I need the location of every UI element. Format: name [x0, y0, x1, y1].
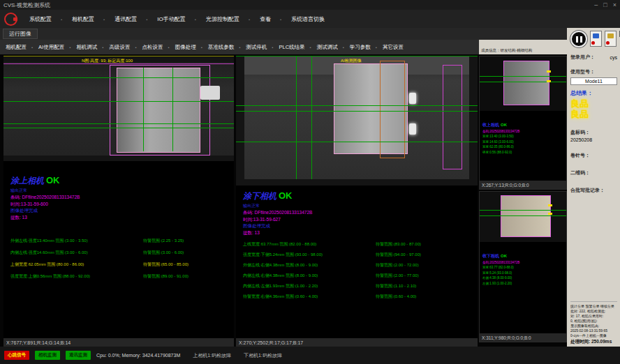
stat-line: 统计分类 预警分类 继续分类	[570, 304, 617, 309]
heartbeat-status-badge: 心跳信号	[4, 351, 29, 360]
stat-line: 对: 17, 检陷分类用时:	[570, 314, 617, 319]
pause-button[interactable]	[570, 31, 587, 47]
toolbar-other-settings[interactable]: 其它设置	[380, 44, 411, 51]
overlay-green-line	[480, 82, 566, 82]
toolbar-spot-check[interactable]: 点检设置	[140, 44, 172, 51]
maximize-icon[interactable]: □	[603, 2, 607, 8]
menu-io-manual[interactable]: IO手动配置	[152, 15, 201, 23]
toolbar-image-process[interactable]: 图像处理	[172, 44, 205, 51]
total-result-box: 良品 良品	[570, 98, 617, 119]
measurement-row: 内侧左线:左侧1.93mm 范围:(1.00 - 2.20) 待警范围:(1.1…	[243, 281, 476, 291]
toolbar-ai-config[interactable]: AI使用配置	[36, 44, 73, 51]
left-result-block: 涂上相机OK 输出正常 条码: DFfiine2025020813313472B…	[10, 174, 80, 220]
overlay-green-line	[3, 123, 234, 124]
status-bar: 心跳信号 相机监测 通讯监测 Cpu: 0.0%; Memory: 3424.4…	[0, 347, 620, 364]
camera-snapshot-button[interactable]	[590, 31, 602, 47]
thumbnail-view-2[interactable]: 收下相机OK 条码:2025020813313472B 宽度:63.77 (82…	[479, 191, 567, 342]
overlay-yellow-mark	[548, 213, 552, 215]
measurement-row: 外侧左线:强度13.40mm 范围:(3.00 - 3.50) 待警范围:(2.…	[10, 235, 232, 247]
measurement-value: 上侧宽度:62.05mm 范围:(80.00 - 86.00)	[10, 259, 143, 271]
lower-camera-warning: 下相机1:码检故障	[244, 352, 282, 359]
left-barcode: 条码: DFfiine2025020813313472B	[10, 194, 80, 201]
inspected-part	[117, 68, 200, 153]
info-strip-text: 成员信息：研发结构-精细结构	[481, 48, 532, 53]
menu-language-switch[interactable]: 系统语言切换	[286, 15, 339, 23]
toolbar-test-debug[interactable]: 测试调试	[314, 44, 347, 51]
camera-status-badge: 相机监测	[35, 351, 60, 360]
login-user-row: 登录用户： cys	[570, 54, 617, 61]
measurement-range: 待警范围:(94.00 - 97.00)	[376, 250, 476, 260]
pause-icon	[576, 36, 578, 43]
thumbnail-view-1[interactable]: 收上相机OK 条码:2025020813313472B 宽度:13.40 (3.…	[479, 56, 567, 190]
toolbar-plc-result[interactable]: PLC线结果	[276, 44, 313, 51]
measurement-row: 内侧左线:强度14.60mm 范围:(3.00 - 6.00) 待警范围:(3.…	[10, 247, 232, 259]
result-line: 良品	[570, 109, 617, 119]
overlay-green-line	[480, 215, 566, 216]
app-window: CVS-视觉检测系统 – □ × 系统配置 相机配置 通讯配置 IO手动配置 光…	[0, 0, 620, 364]
left-camera-image[interactable]: N图:高度: 93; 标定高度:100	[3, 56, 234, 161]
center-camera-view: AI检测图像 涂下相机OK 输出正常 条码: DFfiine2025020813…	[236, 56, 478, 347]
overlay-green-line	[480, 210, 566, 211]
thumb-measure-line: 宽度:62.05 (80.0-86.0)	[482, 144, 563, 150]
tab-bar: 运行图像	[0, 28, 567, 40]
reflection-glint	[409, 93, 416, 104]
left-measurement-list: 外侧左线:强度13.40mm 范围:(3.00 - 3.50) 待警范围:(2.…	[10, 235, 232, 282]
menu-system-config[interactable]: 系统配置	[24, 15, 67, 23]
tab-run-image[interactable]: 运行图像	[3, 29, 38, 39]
qr-row: 二维码：	[570, 165, 617, 177]
measurement-range: 待警范围:(83.00 - 87.00)	[376, 239, 476, 250]
center-result-subtitle: 输出正常	[243, 203, 312, 209]
thumbnail-2-image	[480, 192, 566, 242]
inspected-part	[503, 61, 549, 105]
toolbar-baseline-params[interactable]: 基准线参数	[205, 44, 244, 51]
thumb-measure-line: 右侧:4.38 (8.00-9.00)	[482, 275, 563, 281]
menu-camera-config[interactable]: 相机配置	[67, 15, 110, 23]
center-process-done: 图像处理完成	[243, 222, 312, 229]
menu-comm-config[interactable]: 通讯配置	[110, 15, 152, 23]
roi-box-magenta	[443, 65, 462, 169]
toolbar-advanced-settings[interactable]: 高级设置	[106, 44, 139, 51]
minimize-icon[interactable]: –	[594, 2, 598, 8]
center-measurement-list: 上线宽度:63.77mm 范围:(82.00 - 88.00) 待警范围:(83…	[243, 239, 476, 302]
close-icon[interactable]: ×	[613, 2, 617, 8]
overlay-green-vline	[311, 56, 312, 179]
toolbar-learn-params[interactable]: 学习参数	[347, 44, 380, 51]
window-controls: – □ ×	[594, 2, 617, 8]
left-count: 提数: 13	[10, 214, 80, 221]
overlay-green-vline	[172, 68, 173, 151]
toolbar-camera-debug[interactable]: 相机调试	[73, 44, 106, 51]
image-save-button[interactable]	[605, 31, 617, 47]
overlay-green-line	[236, 111, 478, 112]
thumb-measure-line: 宽度:63.77 (82.0-88.0)	[482, 265, 563, 271]
thumbnail-1-image	[480, 56, 566, 111]
record-label: 合批写批记录：	[570, 188, 605, 192]
image-icon	[607, 33, 614, 38]
code-value: 20250208	[570, 137, 617, 142]
measurement-row: 上侧宽度:62.05mm 范围:(80.00 - 86.00) 待警范围:(65…	[10, 259, 232, 271]
thumb-measure-line: 强度:0.56 (88.0-92.0)	[482, 150, 563, 156]
process-time: 处理时间: 250.09ms	[570, 338, 617, 344]
roi-box-orange	[380, 61, 405, 158]
measurement-value: 内侧左线:右侧4.38mm 范围:(8.00 - 9.00)	[243, 271, 376, 281]
thumb-measure-line: 宽度:14.60 (3.00-6.00)	[482, 139, 563, 145]
result-line: 良品	[570, 98, 617, 109]
alert-dot-icon	[591, 41, 595, 45]
overlay-green-line	[3, 128, 234, 128]
stat-line: 2025:02:08-13:31:59:65	[570, 328, 617, 333]
sidebar-buttons	[570, 31, 617, 52]
pause-icon	[580, 36, 582, 43]
center-camera-image[interactable]: AI检测图像	[236, 56, 478, 185]
menu-light-control[interactable]: 光源控制配置	[201, 15, 255, 23]
alert-dot-icon	[606, 41, 610, 45]
login-user-value: cys	[610, 55, 618, 60]
thumbnail-2-coordinate-readout: X:311;Y:980;R:0;G:0;B:0	[480, 333, 566, 342]
toolbar-camera-config[interactable]: 相机配置	[3, 44, 36, 51]
center-time: 时间:13-31-59-627	[243, 216, 312, 223]
toolbar-test-stop[interactable]: 测试停机	[243, 44, 276, 51]
stat-line: 显示图像取检陷高:	[570, 324, 617, 328]
menu-view[interactable]: 查看	[255, 15, 286, 23]
measurement-row: 内侧左线:右侧4.38mm 范围:(8.00 - 9.00) 待警范围:(2.0…	[243, 271, 476, 281]
measurement-range: 待警范围:(65.00 - 85.00)	[143, 259, 232, 271]
thumb-measure-line: 宽度:5.24 (93.0-98.0)	[482, 271, 563, 276]
model-select[interactable]: Mode11	[570, 77, 617, 85]
